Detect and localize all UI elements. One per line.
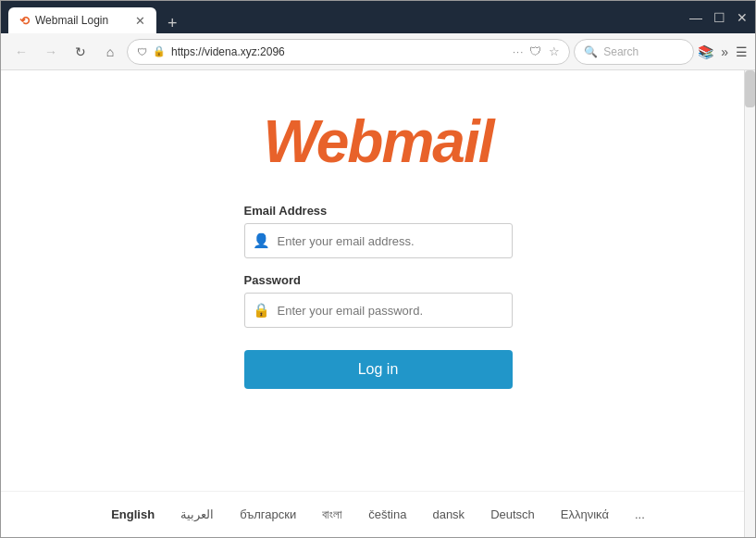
webmail-logo: Webmail (264, 107, 493, 176)
lang-czech[interactable]: čeština (368, 507, 406, 521)
scrollbar[interactable] (744, 70, 755, 537)
password-input-wrapper: 🔒 (244, 293, 513, 328)
library-icon[interactable]: 📚 (698, 44, 713, 59)
minimize-button[interactable]: — (689, 10, 702, 25)
scrollbar-thumb[interactable] (745, 70, 755, 107)
lang-danish[interactable]: dansk (432, 507, 465, 521)
language-bar: English العربية български বাংলা čeština … (1, 491, 755, 537)
lang-german[interactable]: Deutsch (490, 507, 535, 521)
lang-arabic[interactable]: العربية (180, 507, 214, 521)
lock-field-icon: 🔒 (253, 302, 270, 319)
address-more-button[interactable]: ··· (513, 46, 524, 57)
email-input[interactable] (278, 234, 504, 248)
email-input-wrapper: 👤 (244, 223, 513, 258)
nav-bar: ← → ↻ ⌂ 🛡 🔒 https://videna.xyz:2096 ··· … (1, 33, 755, 70)
password-input[interactable] (278, 304, 504, 318)
active-tab[interactable]: ⟲ Webmail Login ✕ (8, 7, 156, 33)
email-form-group: Email Address 👤 (244, 204, 513, 258)
extensions-icon[interactable]: » (721, 44, 728, 59)
lang-bengali[interactable]: বাংলা (322, 507, 342, 522)
lang-more[interactable]: ... (635, 507, 645, 521)
tab-favicon: ⟲ (19, 14, 30, 28)
menu-icon[interactable]: ☰ (736, 44, 748, 59)
page-content: Webmail Email Address 👤 Password 🔒 Log i… (1, 70, 755, 537)
lang-bulgarian[interactable]: български (240, 507, 296, 521)
reload-button[interactable]: ↻ (68, 39, 93, 65)
password-label: Password (244, 273, 513, 287)
maximize-button[interactable]: ☐ (713, 10, 725, 25)
address-bar[interactable]: 🛡 🔒 https://videna.xyz:2096 ··· 🛡 ☆ (127, 39, 570, 65)
security-icon: 🛡 (137, 46, 147, 57)
browser-window: ⟲ Webmail Login ✕ + — ☐ ✕ ← → ↻ ⌂ 🛡 🔒 ht… (0, 0, 756, 538)
close-button[interactable]: ✕ (737, 10, 748, 25)
password-form-group: Password 🔒 (244, 273, 513, 328)
address-icons: 🛡 ☆ (529, 44, 560, 58)
title-bar: ⟲ Webmail Login ✕ + — ☐ ✕ (1, 1, 755, 33)
privacy-icon: 🛡 (529, 44, 541, 58)
lang-greek[interactable]: Ελληνικά (561, 507, 609, 521)
search-placeholder: Search (603, 45, 638, 58)
lock-icon: 🔒 (153, 45, 166, 57)
search-icon: 🔍 (584, 45, 598, 58)
new-tab-button[interactable]: + (162, 14, 183, 33)
search-bar[interactable]: 🔍 Search (574, 39, 694, 65)
tab-close-button[interactable]: ✕ (135, 15, 145, 27)
login-container: Webmail Email Address 👤 Password 🔒 Log i… (1, 70, 755, 389)
back-button[interactable]: ← (8, 39, 34, 65)
bookmark-star-icon[interactable]: ☆ (549, 44, 560, 58)
address-text: https://videna.xyz:2096 (171, 45, 507, 58)
lang-english[interactable]: English (111, 507, 155, 521)
login-button[interactable]: Log in (244, 350, 513, 389)
nav-extras: 📚 » ☰ (698, 44, 748, 59)
tab-title: Webmail Login (35, 14, 108, 27)
forward-button[interactable]: → (38, 39, 64, 65)
email-label: Email Address (244, 204, 513, 218)
tab-bar: ⟲ Webmail Login ✕ + (8, 1, 689, 33)
window-controls: — ☐ ✕ (689, 10, 748, 25)
person-icon: 👤 (253, 232, 270, 249)
home-button[interactable]: ⌂ (97, 39, 123, 65)
